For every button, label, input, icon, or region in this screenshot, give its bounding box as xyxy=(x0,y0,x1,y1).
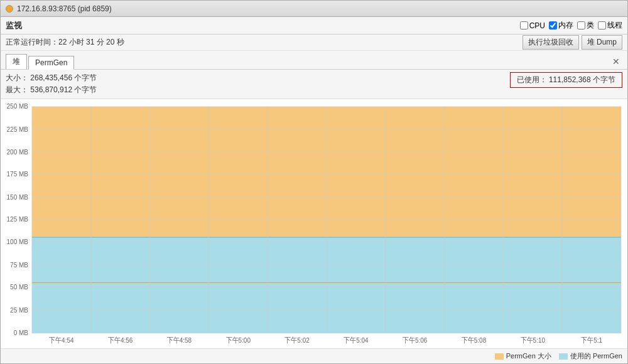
toolbar-checkboxes: CPU 内存 类 线程 xyxy=(520,20,622,31)
dump-button[interactable]: 堆 Dump xyxy=(582,35,622,50)
legend-total-color xyxy=(495,353,504,360)
class-label: 类 xyxy=(587,20,594,31)
svg-text:0 MB: 0 MB xyxy=(14,329,28,337)
thread-checkbox[interactable] xyxy=(598,21,606,29)
class-checkbox-item[interactable]: 类 xyxy=(577,20,594,31)
svg-text:下午5:06: 下午5:06 xyxy=(403,336,427,345)
monitor-label: 监视 xyxy=(6,20,22,31)
svg-text:100 MB: 100 MB xyxy=(7,237,28,245)
svg-text:225 MB: 225 MB xyxy=(7,126,28,134)
legend-total-label: PermGen 大小 xyxy=(506,351,551,361)
window-control[interactable] xyxy=(6,5,13,13)
tabs-bar: 堆 PermGen ✕ xyxy=(1,51,627,70)
cpu-checkbox-item[interactable]: CPU xyxy=(520,21,545,30)
chart-svg: 250 MB 225 MB 200 MB 175 MB 150 MB 125 M… xyxy=(1,99,627,348)
svg-text:下午4:58: 下午4:58 xyxy=(167,336,192,345)
toolbar: 监视 CPU 内存 类 线程 xyxy=(1,17,627,35)
used-badge: 已使用： 111,852,368 个字节 xyxy=(510,72,622,88)
svg-text:25 MB: 25 MB xyxy=(10,306,28,314)
size-value: 268,435,456 个字节 xyxy=(30,73,97,82)
window-title: 172.16.8.93:8765 (pid 6859) xyxy=(17,4,112,13)
svg-text:250 MB: 250 MB xyxy=(7,102,28,110)
tab-close-button[interactable]: ✕ xyxy=(610,56,622,67)
svg-text:下午5:1: 下午5:1 xyxy=(581,336,602,345)
memory-checkbox[interactable] xyxy=(549,21,557,29)
size-row: 大小： 268,435,456 个字节 xyxy=(6,72,510,84)
info-bar: 大小： 268,435,456 个字节 最大： 536,870,912 个字节 … xyxy=(1,70,627,99)
legend-used: 使用的 PermGen xyxy=(559,351,622,361)
chart-area: 250 MB 225 MB 200 MB 175 MB 150 MB 125 M… xyxy=(1,99,627,348)
svg-text:75 MB: 75 MB xyxy=(10,260,28,269)
class-checkbox[interactable] xyxy=(577,21,585,29)
action-buttons: 执行垃圾回收 堆 Dump xyxy=(522,35,622,50)
svg-text:175 MB: 175 MB xyxy=(7,170,28,178)
main-window: 172.16.8.93:8765 (pid 6859) 监视 CPU 内存 类 … xyxy=(0,0,628,364)
svg-text:下午5:10: 下午5:10 xyxy=(521,336,545,345)
used-value: 111,852,368 个字节 xyxy=(549,75,615,84)
svg-text:下午5:02: 下午5:02 xyxy=(284,336,309,345)
legend-used-label: 使用的 PermGen xyxy=(570,351,622,361)
svg-text:下午5:04: 下午5:04 xyxy=(344,336,368,345)
svg-text:150 MB: 150 MB xyxy=(7,193,28,201)
svg-text:下午5:08: 下午5:08 xyxy=(462,336,486,345)
gc-button[interactable]: 执行垃圾回收 xyxy=(522,35,579,50)
info-left: 大小： 268,435,456 个字节 最大： 536,870,912 个字节 xyxy=(6,72,510,96)
cpu-checkbox[interactable] xyxy=(520,21,528,29)
legend-bar: PermGen 大小 使用的 PermGen xyxy=(1,348,627,363)
uptime-section: 正常运行时间： 22 小时 31 分 20 秒 xyxy=(6,37,124,48)
tab-permgen[interactable]: PermGen xyxy=(28,56,74,70)
legend-total: PermGen 大小 xyxy=(495,351,551,361)
size-label: 大小： xyxy=(6,73,28,82)
svg-text:下午4:56: 下午4:56 xyxy=(108,336,133,345)
uptime-value: 22 小时 31 分 20 秒 xyxy=(58,37,124,48)
tab-heap[interactable]: 堆 xyxy=(6,54,27,69)
max-value: 536,870,912 个字节 xyxy=(30,85,97,94)
used-label: 已使用： xyxy=(517,75,547,84)
svg-text:下午5:00: 下午5:00 xyxy=(226,336,251,345)
title-bar: 172.16.8.93:8765 (pid 6859) xyxy=(1,1,627,17)
cpu-label: CPU xyxy=(529,21,545,30)
memory-checkbox-item[interactable]: 内存 xyxy=(549,20,573,31)
svg-text:200 MB: 200 MB xyxy=(7,147,28,156)
uptime-bar: 正常运行时间： 22 小时 31 分 20 秒 执行垃圾回收 堆 Dump xyxy=(1,35,627,51)
max-label: 最大： xyxy=(6,85,28,94)
thread-label: 线程 xyxy=(607,20,622,31)
info-right: 已使用： 111,852,368 个字节 xyxy=(510,72,622,88)
max-row: 最大： 536,870,912 个字节 xyxy=(6,84,510,96)
legend-used-color xyxy=(559,353,568,360)
svg-text:50 MB: 50 MB xyxy=(10,283,28,291)
memory-label: 内存 xyxy=(558,20,573,31)
svg-text:下午4:54: 下午4:54 xyxy=(49,336,73,345)
uptime-label: 正常运行时间： xyxy=(6,37,58,48)
thread-checkbox-item[interactable]: 线程 xyxy=(598,20,622,31)
svg-text:125 MB: 125 MB xyxy=(7,215,28,223)
